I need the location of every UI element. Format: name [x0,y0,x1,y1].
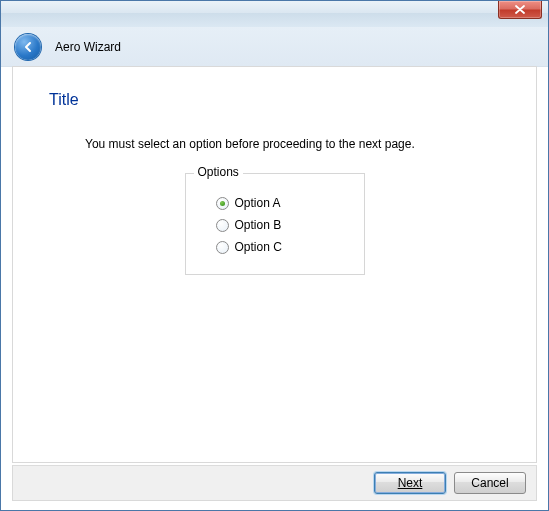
option-row-c[interactable]: Option C [216,240,350,254]
options-group-label: Options [194,165,243,179]
page-title: Title [49,91,500,109]
next-button-label: Next [398,476,423,490]
back-arrow-icon [21,40,35,54]
radio-icon [216,241,229,254]
option-row-b[interactable]: Option B [216,218,350,232]
next-button[interactable]: Next [374,472,446,494]
window-close-button[interactable] [498,1,542,19]
close-icon [515,5,525,14]
instruction-text: You must select an option before proceed… [85,137,500,151]
wizard-footer: Next Cancel [12,465,537,501]
radio-icon [216,197,229,210]
cancel-button[interactable]: Cancel [454,472,526,494]
wizard-name: Aero Wizard [55,40,121,54]
option-label: Option B [235,218,282,232]
wizard-header: Aero Wizard [1,27,548,67]
options-groupbox: Options Option A Option B Option C [185,173,365,275]
window-titlebar [1,1,548,27]
back-button[interactable] [15,34,41,60]
option-label: Option A [235,196,281,210]
content-area: Title You must select an option before p… [12,66,537,463]
radio-icon [216,219,229,232]
option-row-a[interactable]: Option A [216,196,350,210]
cancel-button-label: Cancel [471,476,508,490]
option-label: Option C [235,240,282,254]
